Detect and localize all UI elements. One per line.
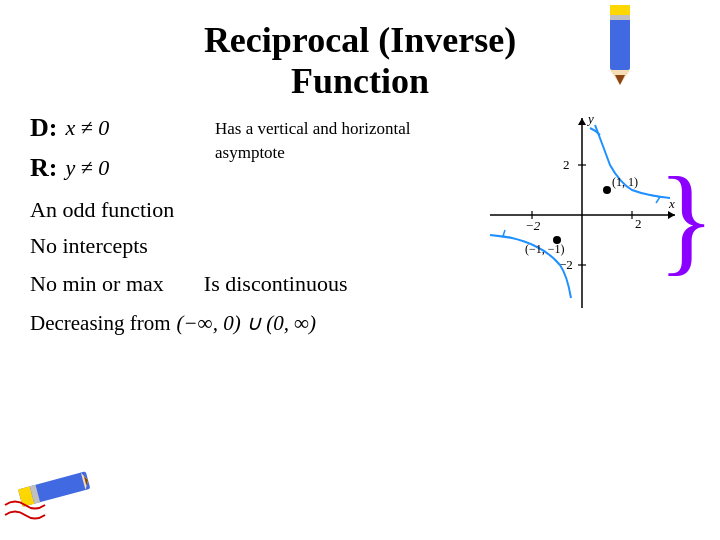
title-line1: Reciprocal (Inverse): [204, 20, 516, 60]
discontinuous-text: Is discontinuous: [204, 271, 348, 297]
svg-marker-4: [615, 75, 625, 85]
svg-text:−2: −2: [559, 257, 573, 272]
title-line2: Function: [291, 61, 429, 101]
svg-rect-1: [610, 5, 630, 15]
no-min-max-text: No min or max: [30, 271, 164, 297]
svg-text:y: y: [586, 111, 594, 126]
decreasing-intervals: (−∞, 0) ∪ (0, ∞): [177, 311, 317, 336]
svg-text:2: 2: [563, 157, 570, 172]
decreasing-label: Decreasing from: [30, 311, 171, 336]
reciprocal-graph: −2 2 2 −2 x y: [475, 108, 685, 323]
svg-text:(−1, −1): (−1, −1): [525, 242, 565, 256]
svg-text:−2: −2: [525, 218, 541, 233]
decreasing-row: Decreasing from (−∞, 0) ∪ (0, ∞): [30, 311, 465, 336]
svg-rect-2: [610, 15, 630, 20]
main-page: Reciprocal (Inverse) Function D: x ≠ 0: [0, 0, 720, 540]
asymptote-text: Has a vertical and horizontal asymptote: [215, 117, 465, 165]
domain-label: D:: [30, 113, 57, 143]
svg-text:(1, 1): (1, 1): [612, 175, 638, 189]
range-label: R:: [30, 153, 57, 183]
pencil-bottom-decoration: [0, 460, 100, 520]
svg-text:2: 2: [635, 216, 642, 231]
domain-expression: x ≠ 0: [65, 115, 109, 141]
no-intercepts-text: No intercepts: [30, 233, 465, 259]
range-row: R: y ≠ 0: [30, 153, 200, 183]
domain-row: D: x ≠ 0: [30, 113, 200, 143]
curly-brace-decoration: }: [657, 160, 715, 280]
odd-function-text: An odd function: [30, 197, 465, 223]
range-expression: y ≠ 0: [65, 155, 109, 181]
pencil-top-decoration: [580, 0, 660, 90]
svg-point-19: [603, 186, 611, 194]
svg-marker-8: [578, 118, 586, 125]
